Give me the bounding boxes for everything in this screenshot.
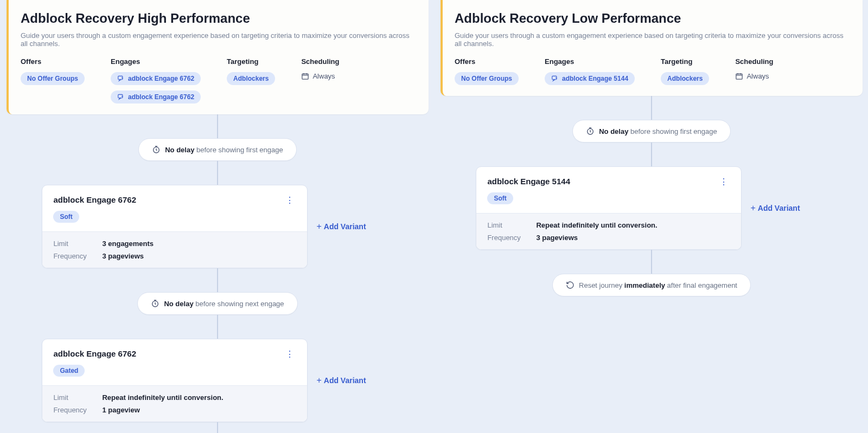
frequency-label: Frequency	[53, 406, 102, 414]
frequency-label: Frequency	[487, 234, 536, 242]
limit-value: Repeat indefinitely until conversion.	[102, 393, 296, 402]
journey-subtitle: Guide your users through a custom engage…	[455, 31, 851, 48]
offers-chip[interactable]: No Offer Groups	[21, 72, 85, 85]
chat-icon	[551, 75, 559, 82]
calendar-icon	[301, 72, 309, 80]
journey-meta: Offers No Offer Groups Engages adblock E…	[455, 57, 851, 85]
targeting-chip[interactable]: Adblockers	[227, 72, 275, 85]
engage-chip[interactable]: adblock Engage 6762	[111, 91, 201, 104]
targeting-label: Targeting	[661, 57, 709, 66]
timer-icon	[586, 127, 595, 135]
scheduling-value: Always	[735, 72, 773, 80]
journey-right: Adblock Recovery Low Performance Guide y…	[434, 0, 868, 433]
delay-pill[interactable]: No delay before showing next engage	[137, 292, 297, 315]
engage-tag: Gated	[53, 365, 85, 377]
add-variant-button[interactable]: +Add Variant	[316, 376, 366, 385]
card-menu-icon[interactable]: ⋮	[283, 349, 296, 360]
engage-card-title: adblock Engage 5144	[487, 177, 570, 186]
connector	[651, 250, 652, 274]
calendar-icon	[735, 72, 743, 80]
frequency-value: 3 pageviews	[102, 252, 296, 260]
journey-panel: Adblock Recovery High Performance Guide …	[7, 0, 429, 114]
engage-chip[interactable]: adblock Engage 6762	[111, 72, 201, 85]
limit-label: Limit	[487, 221, 536, 229]
journey-title: Adblock Recovery Low Performance	[455, 11, 851, 26]
frequency-value: 1 pageview	[102, 406, 296, 414]
svg-rect-2	[302, 74, 308, 79]
offers-label: Offers	[455, 57, 519, 66]
journey-meta: Offers No Offer Groups Engages adblock E…	[21, 57, 417, 104]
limit-label: Limit	[53, 393, 102, 402]
journey-title: Adblock Recovery High Performance	[21, 11, 417, 26]
connector	[651, 96, 652, 120]
connector	[217, 315, 218, 339]
limit-value: 3 engagements	[102, 240, 296, 248]
scheduling-value: Always	[301, 72, 339, 80]
add-variant-button[interactable]: +Add Variant	[750, 203, 800, 213]
connector	[217, 114, 218, 138]
engages-label: Engages	[545, 57, 635, 66]
connector	[217, 422, 218, 433]
connector	[217, 161, 218, 185]
connector	[651, 143, 652, 166]
reset-pill[interactable]: Reset journey immediately after final en…	[552, 274, 751, 296]
journey-panel: Adblock Recovery Low Performance Guide y…	[441, 0, 863, 96]
chat-icon	[117, 93, 125, 101]
card-menu-icon[interactable]: ⋮	[283, 195, 296, 206]
card-menu-icon[interactable]: ⋮	[717, 177, 730, 188]
engage-tag: Soft	[53, 211, 79, 223]
chat-icon	[117, 75, 125, 82]
engage-card[interactable]: adblock Engage 6762 Soft ⋮ Limit 3 engag…	[42, 185, 308, 268]
svg-rect-6	[736, 74, 742, 79]
engage-card-title: adblock Engage 6762	[53, 349, 136, 358]
offers-chip[interactable]: No Offer Groups	[455, 72, 519, 85]
engage-chip[interactable]: adblock Engage 5144	[545, 72, 635, 85]
engages-label: Engages	[111, 57, 201, 66]
offers-label: Offers	[21, 57, 85, 66]
journey-subtitle: Guide your users through a custom engage…	[21, 31, 417, 48]
engage-tag: Soft	[487, 192, 513, 204]
limit-label: Limit	[53, 240, 102, 248]
engage-card-title: adblock Engage 6762	[53, 195, 136, 204]
scheduling-label: Scheduling	[735, 57, 773, 66]
add-variant-button[interactable]: +Add Variant	[316, 222, 366, 231]
connector	[217, 268, 218, 292]
delay-pill[interactable]: No delay before showing first engage	[572, 120, 731, 143]
frequency-value: 3 pageviews	[536, 234, 730, 242]
frequency-label: Frequency	[53, 252, 102, 260]
scheduling-label: Scheduling	[301, 57, 339, 66]
engage-card[interactable]: adblock Engage 6762 Gated ⋮ Limit Repeat…	[42, 339, 308, 422]
targeting-chip[interactable]: Adblockers	[661, 72, 709, 85]
delay-pill[interactable]: No delay before showing first engage	[138, 138, 297, 161]
targeting-label: Targeting	[227, 57, 275, 66]
reset-icon	[566, 281, 575, 289]
engage-card[interactable]: adblock Engage 5144 Soft ⋮ Limit Repeat …	[476, 166, 742, 250]
timer-icon	[151, 299, 159, 308]
limit-value: Repeat indefinitely until conversion.	[536, 221, 730, 229]
timer-icon	[152, 145, 161, 154]
journey-left: Adblock Recovery High Performance Guide …	[0, 0, 434, 433]
